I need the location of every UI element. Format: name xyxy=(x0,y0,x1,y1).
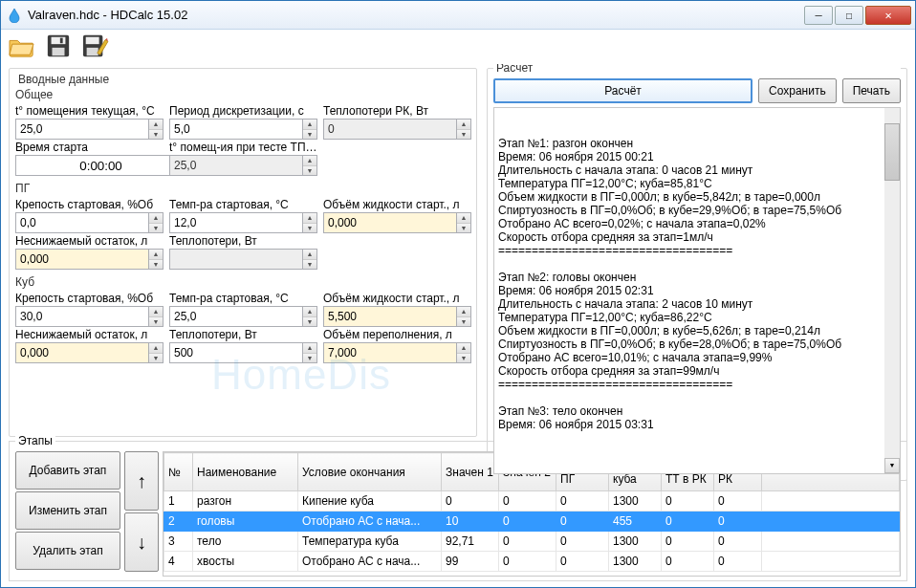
spin-buttons[interactable]: ▲▼ xyxy=(302,212,317,233)
save-result-button[interactable]: Сохранить xyxy=(758,78,837,103)
kub-loss-input[interactable] xyxy=(169,342,302,363)
kub-strength-label: Крепость стартовая, %Об xyxy=(15,292,164,305)
kub-strength-input[interactable] xyxy=(15,306,148,327)
spin-buttons[interactable]: ▲▼ xyxy=(456,306,471,327)
table-cell: тело xyxy=(193,532,298,552)
saveas-button[interactable] xyxy=(79,32,110,62)
move-down-button[interactable]: ↓ xyxy=(124,512,159,572)
spin-buttons[interactable]: ▲▼ xyxy=(302,119,317,140)
kub-vol-input[interactable] xyxy=(323,306,456,327)
spin-buttons[interactable]: ▲▼ xyxy=(148,212,164,233)
table-cell: 1300 xyxy=(609,532,662,552)
calc-legend: Расчет xyxy=(493,64,901,75)
table-cell: 3 xyxy=(164,532,193,552)
droplet-icon xyxy=(7,8,22,23)
svg-rect-2 xyxy=(53,47,65,54)
open-button[interactable] xyxy=(7,32,37,62)
pg-min-input[interactable] xyxy=(15,249,148,270)
table-cell: 0 xyxy=(714,532,762,552)
input-data-legend: Вводные данные xyxy=(15,73,112,86)
table-row[interactable]: 3телоТемпература куба92,7100130000 xyxy=(164,532,900,552)
spin-buttons[interactable]: ▲▼ xyxy=(456,119,471,140)
spin-buttons[interactable]: ▲▼ xyxy=(302,342,317,363)
table-cell: 0 xyxy=(442,491,499,512)
table-cell: 99 xyxy=(442,552,499,572)
table-cell: 10 xyxy=(442,512,499,532)
table-header[interactable]: Наименование xyxy=(193,453,298,491)
move-up-button[interactable]: ↑ xyxy=(124,451,159,511)
period-label: Период дискретизации, с xyxy=(169,104,317,118)
table-cell: разгон xyxy=(193,491,298,512)
minimize-button[interactable]: — xyxy=(804,6,833,25)
table-cell: 455 xyxy=(609,512,662,532)
titlebar: Valraven.hdc - HDCalc 15.02 — ☐ ✕ xyxy=(1,1,915,30)
table-cell: 2 xyxy=(164,512,193,532)
add-stage-button[interactable]: Добавить этап xyxy=(15,451,120,490)
svg-rect-6 xyxy=(87,47,98,54)
kub-overflow-input[interactable] xyxy=(323,342,456,363)
kub-temp-input[interactable] xyxy=(169,306,302,327)
table-cell: 0 xyxy=(556,512,609,532)
table-cell: Температура куба xyxy=(298,532,442,552)
spin-buttons[interactable]: ▲▼ xyxy=(302,306,317,327)
edit-stage-button[interactable]: Изменить этап xyxy=(15,491,120,530)
table-cell: хвосты xyxy=(193,552,298,572)
scrollbar[interactable]: ▲ ▼ xyxy=(884,108,900,473)
kub-min-label: Неснижаемый остаток, л xyxy=(15,328,164,341)
table-cell: 0 xyxy=(714,491,762,512)
kub-temp-label: Темп-ра стартовая, °С xyxy=(169,292,317,305)
table-header[interactable]: Условие окончания xyxy=(298,453,442,491)
floppy-icon xyxy=(45,33,72,61)
table-row[interactable]: 2головыОтобрано АС с нача...100045500 xyxy=(164,512,900,532)
spin-buttons[interactable]: ▲▼ xyxy=(148,249,164,270)
spin-buttons[interactable]: ▲▼ xyxy=(456,342,471,363)
pg-vol-input[interactable] xyxy=(323,212,456,233)
kub-loss-label: Теплопотери, Вт xyxy=(169,328,317,341)
heatloss-rk-label: Теплопотери РК, Вт xyxy=(323,104,471,118)
start-time-input[interactable] xyxy=(15,155,185,176)
table-cell: 0 xyxy=(662,552,714,572)
t-room-cur-label: t° помещения текущая, °С xyxy=(15,104,164,118)
spin-buttons[interactable]: ▲▼ xyxy=(302,249,317,270)
spin-buttons[interactable]: ▲▼ xyxy=(456,212,471,233)
maximize-button[interactable]: ☐ xyxy=(835,6,863,25)
table-cell: 92,71 xyxy=(442,532,499,552)
scroll-thumb[interactable] xyxy=(884,123,900,181)
t-room-cur-input[interactable] xyxy=(15,119,148,140)
save-button[interactable] xyxy=(43,32,74,62)
table-header[interactable]: № xyxy=(164,453,193,491)
open-folder-icon xyxy=(8,33,36,61)
table-row[interactable]: 1разгонКипение куба000130000 xyxy=(164,491,900,512)
kub-vol-label: Объём жидкости старт., л xyxy=(323,292,471,305)
svg-rect-3 xyxy=(60,37,63,43)
pg-strength-input[interactable] xyxy=(15,212,148,233)
period-input[interactable] xyxy=(169,119,302,140)
log-output[interactable]: Этап №1: разгон окончен Время: 06 ноября… xyxy=(493,107,901,474)
spin-buttons[interactable]: ▲▼ xyxy=(148,342,164,363)
pg-temp-label: Темп-ра стартовая, °С xyxy=(169,198,317,211)
kub-min-input[interactable] xyxy=(15,342,148,363)
svg-rect-5 xyxy=(86,36,99,43)
input-data-group: Вводные данные Общее t° помещения текуща… xyxy=(9,68,477,437)
table-row[interactable]: 4хвостыОтобрано АС с нача...9900130000 xyxy=(164,552,900,572)
svg-rect-1 xyxy=(52,36,66,43)
spin-buttons[interactable]: ▲▼ xyxy=(302,155,317,176)
spin-buttons[interactable]: ▲▼ xyxy=(148,119,164,140)
kub-label: Куб xyxy=(15,275,470,289)
pg-vol-label: Объём жидкости старт., л xyxy=(323,198,471,211)
scroll-down-icon[interactable]: ▼ xyxy=(884,458,900,473)
print-button[interactable]: Печать xyxy=(842,78,901,103)
spin-buttons[interactable]: ▲▼ xyxy=(148,306,164,327)
table-cell: 0 xyxy=(499,512,556,532)
table-cell: 1300 xyxy=(609,552,662,572)
close-button[interactable]: ✕ xyxy=(865,6,911,25)
table-cell: 0 xyxy=(662,512,714,532)
table-cell: головы xyxy=(193,512,298,532)
window-title: Valraven.hdc - HDCalc 15.02 xyxy=(28,8,802,22)
delete-stage-button[interactable]: Удалить этап xyxy=(15,532,120,570)
table-cell: 0 xyxy=(714,552,762,572)
calculate-button[interactable]: Расчёт xyxy=(493,78,752,103)
pg-temp-input[interactable] xyxy=(169,212,302,233)
table-header[interactable]: Значен 1 xyxy=(442,453,499,491)
table-cell: 0 xyxy=(662,532,714,552)
